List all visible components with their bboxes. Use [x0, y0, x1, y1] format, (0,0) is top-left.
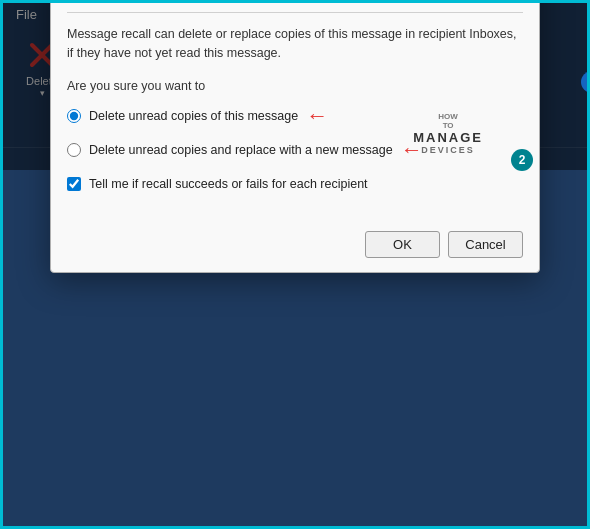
- radio-label-1: Delete unread copies of this message: [89, 109, 298, 123]
- badge-1: 1: [581, 71, 590, 93]
- recall-dialog: Recall This Message × Some recipients ma…: [50, 0, 540, 273]
- checkbox-label: Tell me if recall succeeds or fails for …: [89, 177, 368, 191]
- radio-group: 1 Delete unread copies of this message ←…: [67, 103, 523, 163]
- watermark-devices: DEVICES: [421, 144, 475, 154]
- cancel-button[interactable]: Cancel: [448, 231, 523, 258]
- dialog-warning-text: Some recipients may have already read th…: [67, 0, 523, 2]
- watermark-how: HOW: [438, 111, 458, 120]
- dialog-divider: [67, 12, 523, 13]
- badge-2: 2: [511, 149, 533, 171]
- checkbox-option[interactable]: Tell me if recall succeeds or fails for …: [67, 177, 523, 191]
- radio-option-1[interactable]: Delete unread copies of this message: [67, 109, 298, 123]
- dialog-question: Are you sure you want to: [67, 79, 523, 93]
- ribbon: File Message Help Delete ▾: [0, 0, 590, 170]
- dialog-description: Message recall can delete or replace cop…: [67, 25, 523, 63]
- watermark-to: TO: [443, 120, 454, 129]
- dialog-body: Some recipients may have already read th…: [51, 0, 539, 223]
- radio-label-2: Delete unread copies and replace with a …: [89, 143, 393, 157]
- ok-button[interactable]: OK: [365, 231, 440, 258]
- watermark: HOW TO MANAGE DEVICES: [413, 111, 483, 154]
- radio-input-2[interactable]: [67, 143, 81, 157]
- checkbox-input[interactable]: [67, 177, 81, 191]
- dialog-overlay: Recall This Message × Some recipients ma…: [0, 0, 590, 170]
- arrow-1: ←: [306, 103, 328, 129]
- radio-option-2[interactable]: Delete unread copies and replace with a …: [67, 143, 393, 157]
- watermark-manage: MANAGE: [413, 129, 483, 144]
- radio-input-1[interactable]: [67, 109, 81, 123]
- dialog-footer: OK Cancel: [51, 223, 539, 272]
